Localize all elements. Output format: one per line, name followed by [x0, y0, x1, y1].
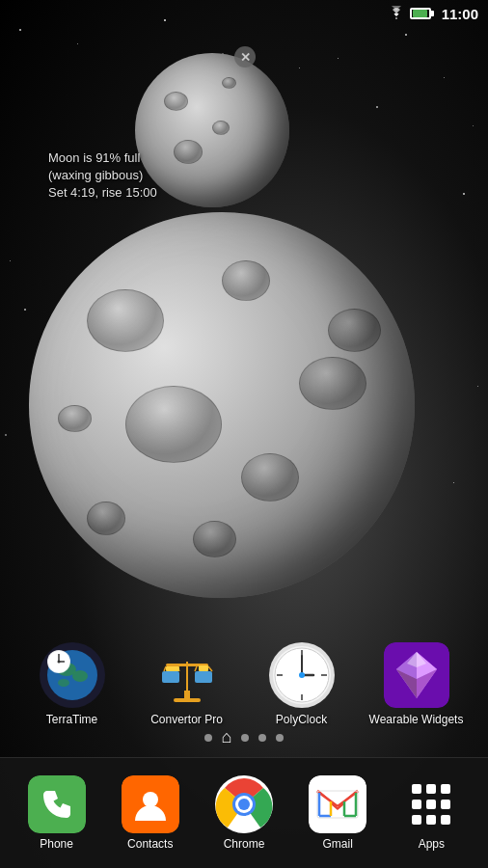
polyclock-label: PolyClock — [276, 713, 327, 728]
convertor-label: Convertor Pro — [150, 713, 223, 728]
phone-icon — [28, 775, 86, 833]
dock-item-chrome[interactable]: Chrome — [201, 775, 287, 851]
gmail-label: Gmail — [322, 837, 352, 851]
svg-point-3 — [72, 670, 88, 682]
moon-large — [29, 212, 415, 598]
close-widget-button[interactable]: ✕ — [234, 46, 256, 68]
moon-info-line3: Set 4:19, rise 15:00 — [48, 184, 157, 202]
app-item-polyclock[interactable]: PolyClock — [254, 642, 350, 728]
moon-info: Moon is 91% full (waxing gibbous) Set 4:… — [48, 149, 157, 203]
svg-rect-22 — [199, 665, 208, 671]
home-indicator: ⌂ — [222, 727, 232, 747]
apps-icon — [402, 775, 460, 833]
page-dot-3 — [241, 734, 249, 742]
wearable-label: Wearable Widgets — [369, 713, 464, 728]
status-time: 11:00 — [442, 6, 478, 22]
wearable-icon — [384, 642, 449, 708]
phone-label: Phone — [40, 837, 73, 851]
app-item-wearable[interactable]: Wearable Widgets — [368, 642, 465, 728]
moon-info-line2: (waxing gibbous) — [48, 167, 157, 184]
svg-rect-21 — [166, 666, 179, 671]
dock-item-phone[interactable]: Phone — [14, 775, 100, 851]
svg-point-32 — [299, 672, 305, 678]
moon-info-line1: Moon is 91% full — [48, 149, 157, 167]
page-dot-4 — [258, 734, 266, 742]
svg-point-40 — [143, 792, 158, 807]
contacts-label: Contacts — [127, 837, 173, 851]
gmail-icon — [309, 775, 366, 833]
apps-label: Apps — [419, 837, 445, 851]
chrome-icon — [215, 775, 273, 833]
page-indicators: ⌂ — [0, 727, 488, 747]
dock-item-apps[interactable]: Apps — [388, 775, 474, 851]
page-dot-1 — [204, 734, 212, 742]
moon-small — [135, 53, 289, 207]
page-dot-5 — [276, 734, 284, 742]
app-item-terratime[interactable]: TerraTime — [24, 642, 121, 728]
terratime-label: TerraTime — [46, 713, 98, 728]
svg-rect-15 — [162, 671, 179, 683]
dock: Phone Contacts — [0, 757, 488, 868]
svg-point-9 — [57, 661, 60, 664]
app-item-convertor[interactable]: Convertor Pro — [139, 642, 235, 728]
convertor-icon — [154, 642, 220, 708]
status-bar: 11:00 — [0, 0, 488, 27]
battery-icon — [410, 8, 431, 19]
contacts-icon — [122, 775, 179, 833]
chrome-label: Chrome — [224, 837, 265, 851]
wifi-icon — [388, 6, 405, 22]
svg-rect-12 — [174, 698, 201, 702]
svg-rect-16 — [195, 671, 212, 683]
app-row: TerraTime — [0, 642, 488, 728]
terratime-icon — [40, 642, 105, 708]
svg-point-44 — [238, 799, 250, 810]
dock-item-contacts[interactable]: Contacts — [107, 775, 194, 851]
dock-item-gmail[interactable]: Gmail — [294, 775, 381, 851]
polyclock-icon — [269, 642, 335, 708]
svg-point-4 — [58, 679, 69, 687]
